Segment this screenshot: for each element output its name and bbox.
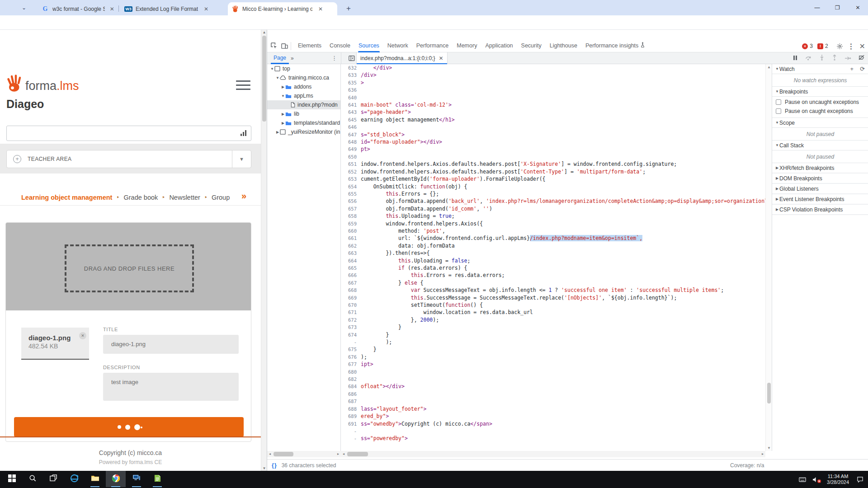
code-line[interactable]: 676);	[341, 353, 765, 361]
code-line[interactable]: 654 OnSubmitClick: function(obj) {	[341, 183, 765, 190]
code-line[interactable]: 668 var SuccessMessageText = obj.info.le…	[341, 286, 765, 294]
restore-button[interactable]: ❐	[827, 5, 848, 11]
collapse-arrow-icon[interactable]: ▶	[775, 166, 779, 170]
breadcrumb-item-4[interactable]: Group	[212, 194, 230, 201]
code-line[interactable]: 660 method: 'post',	[341, 227, 765, 235]
chevron-down-icon[interactable]: ▼	[232, 150, 251, 168]
tree-item-templates-standard[interactable]: ▶templates/standard	[267, 118, 340, 127]
collapse-arrow-icon[interactable]: ▶	[775, 207, 779, 211]
devtools-tab-lighthouse[interactable]: Lighthouse	[546, 40, 581, 52]
code-line[interactable]: 674 }	[341, 331, 765, 338]
code-line[interactable]: 656 obj.formData.append('back_url', 'ind…	[341, 197, 765, 205]
step-icon[interactable]	[844, 54, 851, 62]
taskbar-chrome-button[interactable]	[106, 471, 126, 487]
pause-exception-checkbox-row[interactable]: Pause on uncaught exceptions	[772, 98, 868, 107]
section-header[interactable]: ▼ Breakpoints	[772, 87, 868, 97]
code-line[interactable]: 686	[341, 390, 765, 398]
code-line[interactable]: 662 data: obj.formData	[341, 242, 765, 249]
step-over-icon[interactable]	[805, 54, 812, 62]
code-line[interactable]: 677ipt>	[341, 361, 765, 368]
taskbar-search-button[interactable]	[23, 471, 42, 487]
pause-exception-checkbox-row[interactable]: Pause on caught exceptions	[772, 107, 868, 116]
navigator-hscrollbar[interactable]: ◂ ▸	[267, 451, 341, 457]
code-line[interactable]: 641main-boot" class='col-md-12'>	[341, 101, 765, 108]
devtools-tab-memory[interactable]: Memory	[453, 40, 481, 52]
collapse-arrow-icon[interactable]: ▶	[275, 130, 280, 134]
section-header[interactable]: ▼ Call Stack	[772, 141, 868, 150]
add-icon[interactable]: +	[850, 66, 854, 72]
taskbar-clock[interactable]: 11:34 AM 3/28/2024	[827, 474, 849, 485]
code-line[interactable]: 661 url: `${window.frontend.config.url.a…	[341, 235, 765, 242]
code-line[interactable]: 647s="std_block">	[341, 131, 765, 138]
code-line[interactable]: 633/div>	[341, 71, 765, 79]
devtools-close-icon[interactable]: ✕	[859, 42, 865, 51]
code-line[interactable]: 691ss="ownedby">Copyright (c) micco.ca</…	[341, 420, 765, 427]
code-line[interactable]: 682	[341, 375, 765, 383]
taskbar-start-button[interactable]	[2, 471, 22, 487]
devtools-tab-performance[interactable]: Performance	[412, 40, 453, 52]
code-line[interactable]: 664 this.Uploading = false;	[341, 257, 765, 264]
code-line[interactable]: 688lass="layout_footer">	[341, 405, 765, 413]
code-line[interactable]: 666 this.Errors = res.data.errors;	[341, 272, 765, 279]
tree-item-index-php-modn[interactable]: index.php?modn	[267, 100, 340, 109]
browser-tab-3[interactable]: Micco E-learning › Learning ob✕	[228, 2, 337, 15]
code-line[interactable]: -	[341, 427, 765, 435]
code-line[interactable]: 645earning object management</h1>	[341, 116, 765, 123]
code-line[interactable]: 665 if (res.data.errors) {	[341, 264, 765, 272]
tree-item-lib[interactable]: ▶lib	[267, 109, 340, 118]
more-tabs-icon[interactable]: »	[291, 52, 294, 64]
code-line[interactable]: 653cument.getElementById('forma-uploader…	[341, 175, 765, 183]
dropzone[interactable]: DRAG AND DROP FILES HERE	[6, 223, 251, 310]
collapse-arrow-icon[interactable]: ▶	[775, 176, 779, 180]
taskbar-notes-button[interactable]	[147, 471, 167, 487]
code-line[interactable]: 687	[341, 398, 765, 405]
tree-item--yuiresizemonitor-in[interactable]: ▶_yuiResizeMonitor (in	[267, 127, 340, 136]
collapse-arrow-icon[interactable]: ▶	[281, 121, 285, 125]
devtools-tab-network[interactable]: Network	[383, 40, 412, 52]
section-header[interactable]: ▶ CSP Violation Breakpoints	[772, 205, 868, 215]
inspect-icon[interactable]	[271, 42, 278, 49]
devtools-tab-application[interactable]: Application	[481, 40, 517, 52]
browser-tab-2[interactable]: W3Extended Log File Format✕	[121, 2, 224, 15]
code-line[interactable]: 640	[341, 94, 765, 101]
minimize-button[interactable]: —	[807, 5, 827, 11]
browser-tab-1[interactable]: Gw3c format - Google Search✕	[38, 2, 118, 15]
title-field[interactable]: diageo-1.png	[103, 335, 239, 354]
action-center-icon[interactable]	[857, 476, 863, 483]
code-line[interactable]: 680	[341, 368, 765, 375]
code-line[interactable]: 646	[341, 123, 765, 131]
devtools-tab-security[interactable]: Security	[517, 40, 546, 52]
code-line[interactable]: 689ered_by">	[341, 413, 765, 420]
collapse-arrow-icon[interactable]: ▶	[281, 112, 285, 116]
close-file-icon[interactable]: ✕	[439, 55, 443, 61]
checkbox[interactable]	[776, 108, 781, 114]
collapse-arrow-icon[interactable]: ▶	[775, 187, 779, 191]
code-line[interactable]: 657 obj.formData.append('id_comm', '')	[341, 205, 765, 212]
code-line[interactable]: 655 this.Errors = {};	[341, 190, 765, 197]
section-header[interactable]: ▶ XHR/fetch Breakpoints	[772, 163, 868, 173]
code-line[interactable]: 684ofloat"></div>	[341, 383, 765, 390]
code-line[interactable]: 667 } else {	[341, 279, 765, 286]
device-toolbar-icon[interactable]	[281, 42, 288, 49]
code-line[interactable]: 635>	[341, 79, 765, 86]
code-line[interactable]: 649pt>	[341, 145, 765, 153]
close-button[interactable]: ✕	[848, 5, 868, 11]
code-line[interactable]: 669 this.SuccessMessage = SuccessMessage…	[341, 294, 765, 301]
tree-item-addons[interactable]: ▶addons	[267, 82, 340, 91]
tab-close-icon[interactable]: ✕	[109, 5, 115, 13]
tab-close-icon[interactable]: ✕	[317, 5, 324, 13]
upload-submit-button[interactable]	[14, 417, 244, 437]
navigator-menu-icon[interactable]: ⋮	[331, 52, 337, 64]
teacher-area-accordion[interactable]: + TEACHER AREA ▼	[6, 150, 251, 168]
code-line[interactable]: 673 }	[341, 324, 765, 331]
taskbar-ie-button[interactable]	[64, 471, 84, 487]
touch-keyboard-icon[interactable]	[799, 477, 806, 483]
code-line[interactable]: 670 setTimeout(function() {	[341, 301, 765, 309]
step-into-icon[interactable]	[819, 54, 825, 62]
section-header[interactable]: ▶ Event Listener Breakpoints	[772, 194, 868, 204]
devtools-tab-console[interactable]: Console	[326, 40, 354, 52]
remove-file-icon[interactable]: ✕	[79, 332, 86, 339]
new-tab-button[interactable]: +	[343, 3, 354, 15]
code-line[interactable]: 659 window.frontend.helpers.Axios({	[341, 220, 765, 227]
taskbar-explorer-button[interactable]	[85, 471, 105, 487]
